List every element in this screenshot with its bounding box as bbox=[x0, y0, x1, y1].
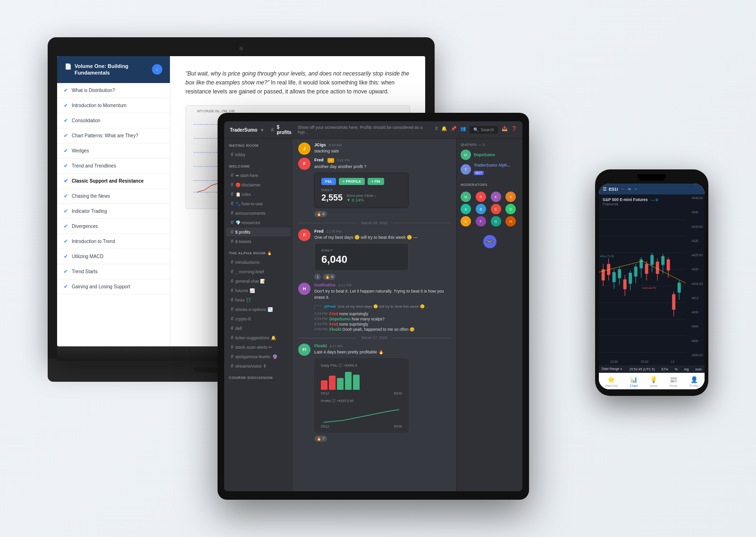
course-discussion-label: COURSE DISCUSSION bbox=[224, 371, 293, 382]
people-icon[interactable]: 👥 bbox=[460, 126, 466, 134]
avatar-flooki: Fl bbox=[298, 344, 311, 356]
channel-crypto[interactable]: # crypto-ß bbox=[226, 314, 291, 323]
reply-indicator: @Fred One of my best days 🙂 will try to … bbox=[314, 303, 451, 310]
course-item-12[interactable]: ✔Trend Starts bbox=[57, 264, 170, 279]
bell-icon[interactable]: 🔔 bbox=[441, 126, 447, 134]
course-item-11[interactable]: ✔Utilizing MACD bbox=[57, 249, 170, 264]
phone-chart-area: S&P 500 E-mini Futures — D Polytrends 44… bbox=[599, 194, 705, 373]
message-hotrodgo: H HotRodGo 2:11 PM Don't try to beat it.… bbox=[298, 283, 451, 300]
daily-label: DAILY bbox=[321, 188, 402, 192]
price-4425: 4425.00 bbox=[692, 253, 703, 257]
course-quote: "But wait, why is price going through yo… bbox=[185, 69, 410, 97]
channel-tweets[interactable]: # $-tweets bbox=[226, 237, 291, 246]
discord-icon: 🎮 bbox=[483, 235, 496, 248]
moderator-avatars: M R K S A B C D E F G H bbox=[457, 189, 522, 229]
auto-option[interactable]: auto bbox=[695, 368, 702, 371]
nav-chart[interactable]: 📊 Chart bbox=[630, 376, 638, 387]
hash-icon: # bbox=[231, 239, 234, 244]
reaction-1[interactable]: 1 bbox=[314, 274, 321, 280]
discord-sidebar: WATING ROOM # lobby WELCOME # ➡ start-he… bbox=[224, 139, 293, 491]
channel-ticker-suggestions[interactable]: # ticker-suggestions 🔔 bbox=[226, 333, 291, 342]
eth-option[interactable]: ETH bbox=[662, 368, 668, 371]
channel-streams[interactable]: # streams/voice 🎙 bbox=[226, 361, 291, 370]
channel-futures[interactable]: # futures 📈 bbox=[226, 286, 291, 295]
channel-disclaimer[interactable]: # 🔴 disclaimer bbox=[226, 180, 291, 189]
flooki-response: FlookI Oooh yeah, happened to me so ofte… bbox=[329, 327, 415, 332]
help-icon[interactable]: ❓ bbox=[511, 126, 517, 134]
channel-forex[interactable]: # forex 💱 bbox=[226, 295, 291, 304]
channel-stock-scan-alerts[interactable]: # stock-scan-alerts ✏ bbox=[226, 343, 291, 352]
profile-icon: 👤 bbox=[690, 376, 698, 383]
time-label-1: 13:30 bbox=[610, 360, 618, 363]
course-item-8[interactable]: ✔Indicator Trading bbox=[57, 204, 170, 219]
course-item-13[interactable]: ✔Gaining and Losing Support bbox=[57, 279, 170, 294]
course-item-6[interactable]: ✔Classic Support and Resistance bbox=[57, 174, 170, 189]
discord-messages[interactable]: J JCigs 8:48 AM stacking sats bbox=[293, 139, 456, 491]
nav-news[interactable]: 📰 News bbox=[669, 376, 678, 387]
hash-icon: # bbox=[231, 201, 234, 206]
reaction-fire-flooki[interactable]: 🔥 7 bbox=[314, 436, 327, 442]
laptop-camera bbox=[239, 47, 243, 50]
pnl-card-1: P&L + PROFILE + FIN DAILY 2,555 bbox=[314, 173, 409, 208]
msg-text: another day another profit ? bbox=[314, 164, 451, 170]
hash-icon: # bbox=[231, 316, 234, 321]
course-item-9[interactable]: ✔Divergences bbox=[57, 219, 170, 234]
chart-label-2: 03/16 bbox=[394, 392, 402, 395]
nav-profile[interactable]: 👤 Profile bbox=[689, 376, 699, 387]
channel-introductions[interactable]: # introductions- bbox=[226, 258, 291, 267]
course-item-7[interactable]: ✔Chasing the News bbox=[57, 189, 170, 204]
date-range-selector[interactable]: Date Range ∨ bbox=[602, 367, 622, 371]
channel-profits[interactable]: # $ profits bbox=[226, 227, 291, 236]
course-item-2[interactable]: ✔Consolidation bbox=[57, 113, 170, 128]
pin-icon[interactable]: 📌 bbox=[451, 126, 456, 134]
inbox-icon[interactable]: 📥 bbox=[502, 126, 507, 134]
reaction-fire[interactable]: 🔥 8 bbox=[314, 211, 327, 217]
mod-avatar-7: C bbox=[491, 204, 501, 214]
search-box[interactable]: 🔍 Search bbox=[470, 126, 498, 134]
collapse-button[interactable]: ‹ bbox=[152, 64, 162, 75]
scene: 📄 Volume One: Building Fundamentals ‹ ✔W… bbox=[48, 37, 708, 500]
course-item-1[interactable]: ✔Introduction to Momentum bbox=[57, 98, 170, 113]
channel-start-here[interactable]: # ➡ start-here bbox=[226, 171, 291, 180]
date-divider-march14: March 14, 2022 bbox=[298, 221, 451, 225]
since-label: Since prior Close ↓ bbox=[346, 193, 376, 198]
channel-lobby[interactable]: # lobby bbox=[226, 150, 291, 159]
course-item-3[interactable]: ✔Chart Patterns: What are They? bbox=[57, 128, 170, 143]
price-4420: 4420 bbox=[692, 268, 703, 271]
svg-rect-51 bbox=[678, 283, 681, 293]
course-item-5[interactable]: ✔Trend and Trendlines bbox=[57, 159, 170, 174]
price-4408: 4408 bbox=[692, 310, 703, 314]
profits-line-chart bbox=[321, 407, 402, 424]
channel-general-chat[interactable]: # general-chat 📝 bbox=[226, 277, 291, 285]
channel-stocks-options[interactable]: # stocks-n-options 📉 bbox=[226, 305, 291, 314]
percent-option[interactable]: % bbox=[675, 368, 678, 371]
check-icon: ✔ bbox=[64, 268, 68, 275]
svg-text:4A1s 75 (5): 4A1s 75 (5) bbox=[600, 255, 614, 258]
news-icon: 📰 bbox=[670, 376, 677, 383]
log-option[interactable]: log bbox=[684, 368, 689, 371]
nav-ideas[interactable]: 💡 Ideas bbox=[649, 376, 657, 387]
menu-icon[interactable]: ☰ bbox=[603, 186, 607, 192]
course-item-0[interactable]: ✔What is Distribution? bbox=[57, 83, 170, 98]
timestamp: 9:17 AM bbox=[330, 344, 343, 348]
username-flooki: FlookI bbox=[314, 344, 327, 348]
timestamp: 8:48 AM bbox=[329, 143, 342, 147]
channel-spotgamma[interactable]: # spotgamma-levels- 🔮 bbox=[226, 352, 291, 361]
channel-resources[interactable]: # 💎 resources bbox=[226, 218, 291, 227]
channel-announcements[interactable]: # announcements bbox=[226, 209, 291, 218]
candlestick-chart: 4A1s 75 (5) Last:Last (5) bbox=[599, 209, 686, 363]
discord-header: TraderSumo ▾ # $ profits Show off your s… bbox=[224, 121, 522, 139]
channel-morning-brief[interactable]: # _ morning-brief bbox=[226, 267, 291, 276]
channel-how-to-use[interactable]: # 🐾 how-to-use bbox=[226, 199, 291, 208]
nav-watchlist[interactable]: ⭐ Watchlist bbox=[605, 376, 618, 387]
hashtag-icon: # bbox=[435, 126, 438, 134]
channel-rules[interactable]: # 📋 rules bbox=[226, 190, 291, 199]
more-options-icon[interactable]: ··· bbox=[621, 187, 624, 191]
course-item-4[interactable]: ✔Wedges bbox=[57, 143, 170, 159]
phone-ticker: ES1! bbox=[609, 187, 618, 192]
reaction-6[interactable]: 🔥 6 bbox=[323, 274, 336, 280]
channel-name: $ profits bbox=[277, 125, 295, 135]
channel-defi[interactable]: # defi bbox=[226, 324, 291, 333]
dropdown-icon[interactable]: ▾ bbox=[261, 127, 263, 133]
course-item-10[interactable]: ✔Introduction to Trend bbox=[57, 234, 170, 249]
